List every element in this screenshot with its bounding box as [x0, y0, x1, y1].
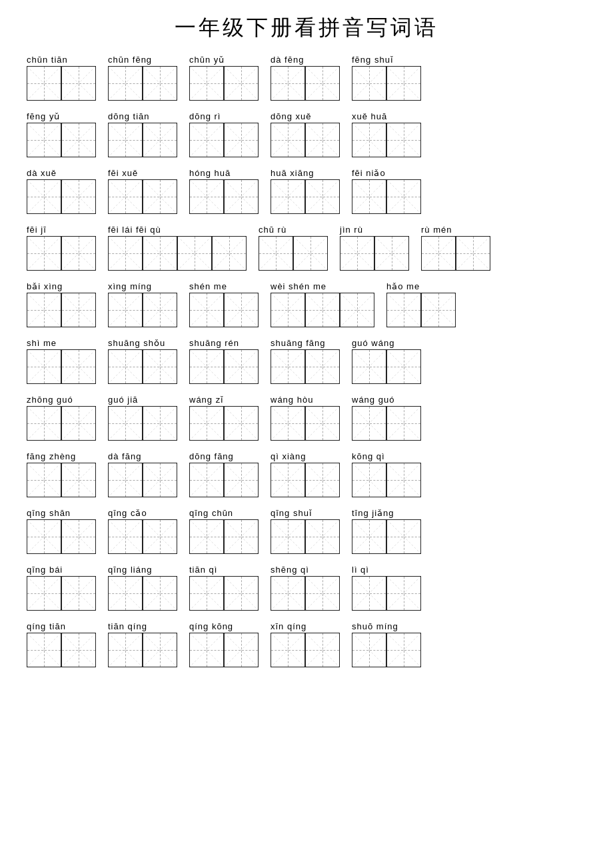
- char-box[interactable]: [305, 123, 340, 157]
- char-box[interactable]: [386, 576, 421, 611]
- char-box[interactable]: [108, 576, 143, 611]
- char-box[interactable]: [386, 179, 421, 214]
- char-box[interactable]: [352, 349, 386, 384]
- char-box[interactable]: [271, 633, 305, 667]
- char-box[interactable]: [27, 293, 61, 327]
- char-box[interactable]: [271, 123, 305, 157]
- char-box[interactable]: [386, 406, 421, 441]
- char-box[interactable]: [305, 576, 340, 611]
- char-box[interactable]: [143, 406, 177, 441]
- char-box[interactable]: [61, 576, 96, 611]
- char-box[interactable]: [108, 463, 143, 497]
- char-box[interactable]: [108, 349, 143, 384]
- char-box[interactable]: [271, 179, 305, 214]
- char-box[interactable]: [27, 519, 61, 554]
- char-box[interactable]: [189, 576, 224, 611]
- char-box[interactable]: [224, 463, 259, 497]
- char-box[interactable]: [421, 236, 456, 271]
- char-box[interactable]: [352, 519, 386, 554]
- char-box[interactable]: [61, 179, 96, 214]
- char-box[interactable]: [386, 349, 421, 384]
- char-box[interactable]: [108, 66, 143, 101]
- char-box[interactable]: [27, 123, 61, 157]
- char-box[interactable]: [421, 293, 456, 327]
- char-box[interactable]: [224, 576, 259, 611]
- char-box[interactable]: [305, 633, 340, 667]
- char-box[interactable]: [61, 66, 96, 101]
- char-box[interactable]: [27, 406, 61, 441]
- char-box[interactable]: [224, 179, 259, 214]
- char-box[interactable]: [386, 123, 421, 157]
- char-box[interactable]: [61, 633, 96, 667]
- char-box[interactable]: [305, 293, 340, 327]
- char-box[interactable]: [271, 406, 305, 441]
- char-box[interactable]: [305, 66, 340, 101]
- char-box[interactable]: [305, 179, 340, 214]
- char-box[interactable]: [352, 463, 386, 497]
- char-box[interactable]: [143, 293, 177, 327]
- char-box[interactable]: [212, 236, 247, 271]
- char-box[interactable]: [177, 236, 212, 271]
- char-box[interactable]: [143, 236, 177, 271]
- char-box[interactable]: [386, 463, 421, 497]
- char-box[interactable]: [27, 349, 61, 384]
- char-box[interactable]: [456, 236, 490, 271]
- char-box[interactable]: [352, 406, 386, 441]
- char-box[interactable]: [189, 633, 224, 667]
- char-box[interactable]: [305, 406, 340, 441]
- char-box[interactable]: [189, 463, 224, 497]
- char-box[interactable]: [143, 463, 177, 497]
- char-box[interactable]: [143, 179, 177, 214]
- char-box[interactable]: [61, 519, 96, 554]
- char-box[interactable]: [271, 349, 305, 384]
- char-box[interactable]: [224, 633, 259, 667]
- char-box[interactable]: [224, 519, 259, 554]
- char-box[interactable]: [27, 236, 61, 271]
- char-box[interactable]: [224, 66, 259, 101]
- char-box[interactable]: [305, 463, 340, 497]
- char-box[interactable]: [352, 66, 386, 101]
- char-box[interactable]: [108, 236, 143, 271]
- char-box[interactable]: [27, 179, 61, 214]
- char-box[interactable]: [352, 633, 386, 667]
- char-box[interactable]: [305, 349, 340, 384]
- char-box[interactable]: [108, 179, 143, 214]
- char-box[interactable]: [271, 66, 305, 101]
- char-box[interactable]: [108, 293, 143, 327]
- char-box[interactable]: [340, 236, 374, 271]
- char-box[interactable]: [374, 236, 409, 271]
- char-box[interactable]: [143, 349, 177, 384]
- char-box[interactable]: [352, 179, 386, 214]
- char-box[interactable]: [189, 349, 224, 384]
- char-box[interactable]: [27, 633, 61, 667]
- char-box[interactable]: [189, 293, 224, 327]
- char-box[interactable]: [189, 519, 224, 554]
- char-box[interactable]: [108, 406, 143, 441]
- char-box[interactable]: [224, 349, 259, 384]
- char-box[interactable]: [189, 123, 224, 157]
- char-box[interactable]: [386, 519, 421, 554]
- char-box[interactable]: [305, 519, 340, 554]
- char-box[interactable]: [27, 66, 61, 101]
- char-box[interactable]: [271, 293, 305, 327]
- char-box[interactable]: [352, 123, 386, 157]
- char-box[interactable]: [271, 463, 305, 497]
- char-box[interactable]: [386, 293, 421, 327]
- char-box[interactable]: [108, 519, 143, 554]
- char-box[interactable]: [108, 633, 143, 667]
- char-box[interactable]: [386, 66, 421, 101]
- char-box[interactable]: [108, 123, 143, 157]
- char-box[interactable]: [27, 576, 61, 611]
- char-box[interactable]: [61, 236, 96, 271]
- char-box[interactable]: [61, 349, 96, 384]
- char-box[interactable]: [61, 463, 96, 497]
- char-box[interactable]: [259, 236, 293, 271]
- char-box[interactable]: [352, 576, 386, 611]
- char-box[interactable]: [271, 519, 305, 554]
- char-box[interactable]: [27, 463, 61, 497]
- char-box[interactable]: [340, 293, 374, 327]
- char-box[interactable]: [61, 406, 96, 441]
- char-box[interactable]: [293, 236, 328, 271]
- char-box[interactable]: [143, 519, 177, 554]
- char-box[interactable]: [143, 576, 177, 611]
